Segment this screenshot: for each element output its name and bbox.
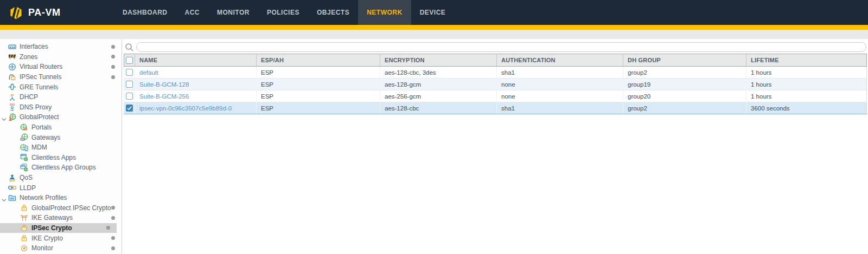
sidebar-item-portals[interactable]: Portals [0,122,122,133]
sidebar-item-label: GlobalProtect IPSec Crypto [31,204,111,212]
portals-icon [20,123,28,132]
sidebar-item-label: Zones [20,53,37,61]
drag-anchor-dot [106,226,110,230]
cell-name[interactable]: ipsec-vpn-0c96c3507c5e9b89d-0 [135,102,257,114]
sidebar-item-label: DNS Proxy [20,103,52,111]
profiles-table: NAMEESP/AHENCRYPTIONAUTHENTICATIONDH GRO… [124,54,867,114]
table-row[interactable]: Suite-B-GCM-128ESPaes-128-gcmnonegroup19… [124,79,867,90]
column-header-lifetime[interactable]: LIFETIME [746,54,867,67]
row-checkbox-cell [124,102,135,114]
sidebar-item-label: Virtual Routers [20,63,62,70]
row-checkbox-cell [124,79,135,90]
cell-esp-ah: ESP [257,79,380,90]
sidebar-item-zones[interactable]: Zones [0,52,122,62]
sidebar-item-monitor[interactable]: Monitor [0,243,122,253]
lldp-icon [8,184,16,192]
gre-tunnels-icon [8,83,16,92]
sidebar-item-ipsec-crypto[interactable]: IPSec Crypto [0,223,117,233]
app-title: PA-VM [28,7,61,18]
cell-authentication: sha1 [497,67,623,79]
nav-tab-acc[interactable]: ACC [176,0,209,25]
lock-icon [20,224,28,232]
sidebar-item-gre-tunnels[interactable]: GRE Tunnels [0,82,122,92]
sidebar-item-label: Monitor [31,244,53,252]
sidebar-item-mdm[interactable]: MDM [0,142,122,153]
select-all-checkbox[interactable] [126,57,133,64]
sidebar-item-dns-proxy[interactable]: DNSDNS Proxy [0,102,122,113]
cell-name[interactable]: default [135,67,257,79]
sidebar-item-ipsec-tunnels[interactable]: IPSec Tunnels [0,72,122,82]
sidebar-item-dhcp[interactable]: IPDHCP [0,92,122,102]
cell-lifetime: 1 hours [746,79,867,90]
gateways-icon [20,133,28,142]
svg-text:QoS: QoS [9,179,15,182]
sidebar-item-label: Clientless App Groups [31,164,96,171]
sidebar-item-ike-gateways[interactable]: IKE Gateways [0,213,122,223]
sidebar-item-label: Gateways [31,134,60,141]
sidebar-tree: InterfacesZonesVirtual RoutersIPSec Tunn… [0,39,122,254]
cell-esp-ah: ESP [257,90,380,102]
sidebar-item-ike-crypto[interactable]: IKE Crypto [0,233,122,243]
column-header-dh-group[interactable]: DH GROUP [623,54,746,67]
nav-tab-device[interactable]: DEVICE [411,0,455,25]
drag-anchor-dot [111,75,115,79]
sidebar-item-gateways[interactable]: Gateways [0,132,122,142]
column-header-esp-ah[interactable]: ESP/AH [257,54,380,67]
zones-icon [8,53,16,61]
cell-esp-ah: ESP [257,67,380,79]
column-header-name[interactable]: NAME [135,54,257,67]
table-header-row: NAMEESP/AHENCRYPTIONAUTHENTICATIONDH GRO… [124,54,867,67]
nav-tab-objects[interactable]: OBJECTS [308,0,358,25]
cell-authentication: none [497,79,623,90]
dns-proxy-icon: DNS [8,103,16,112]
app-logo: PA-VM [0,0,99,25]
sidebar-item-virtual-routers[interactable]: Virtual Routers [0,62,122,72]
monitor-icon [20,244,28,252]
sidebar-item-lldp[interactable]: LLDP [0,183,122,193]
sidebar-item-clientless-app-groups[interactable]: Clientless App Groups [0,162,122,173]
table-row[interactable]: defaultESPaes-128-cbc, 3dessha1group21 h… [124,67,867,79]
column-header-authentication[interactable]: AUTHENTICATION [497,54,623,67]
accent-bar [0,25,868,30]
nav-tabs: DASHBOARDACCMONITORPOLICIESOBJECTSNETWOR… [114,0,454,25]
cell-name[interactable]: Suite-B-GCM-128 [135,79,257,90]
nav-tab-dashboard[interactable]: DASHBOARD [114,0,176,25]
sidebar-item-network-profiles[interactable]: Network Profiles [0,193,122,203]
sidebar-item-label: QoS [20,174,33,181]
sidebar-item-label: Network Profiles [20,194,67,201]
cell-encryption: aes-128-gcm [380,79,497,90]
drag-anchor-dot [111,55,115,58]
network-profiles-icon [8,193,16,202]
sidebar-item-interfaces[interactable]: Interfaces [0,42,122,52]
search-input[interactable] [136,42,866,52]
nav-tab-policies[interactable]: POLICIES [258,0,308,25]
sidebar-item-label: GRE Tunnels [20,83,58,91]
sidebar-item-label: Interfaces [20,43,48,50]
sidebar-item-label: Clientless Apps [31,154,76,161]
cell-name[interactable]: Suite-B-GCM-256 [135,90,257,102]
column-header-encryption[interactable]: ENCRYPTION [380,54,497,67]
lock-icon [20,234,28,243]
row-checkbox[interactable] [126,69,133,76]
table-row[interactable]: ipsec-vpn-0c96c3507c5e9b89d-0ESPaes-128-… [124,102,867,114]
table-row[interactable]: Suite-B-GCM-256ESPaes-256-gcmnonegroup20… [124,90,867,102]
drag-anchor-dot [111,65,115,69]
sidebar-item-globalprotect[interactable]: GlobalProtect [0,112,122,122]
cell-dh-group: group2 [623,67,746,79]
sidebar-item-label: GlobalProtect [20,113,59,121]
nav-tab-network[interactable]: NETWORK [358,0,411,25]
row-checkbox[interactable] [126,93,133,100]
sidebar-item-qos[interactable]: QoSQoS [0,173,122,183]
sidebar-item-globalprotect-ipsec-crypto[interactable]: GlobalProtect IPSec Crypto [0,203,122,213]
svg-text:IP: IP [10,93,14,97]
sidebar-item-clientless-apps[interactable]: Clientless Apps [0,153,122,163]
svg-text:DNS: DNS [9,104,15,107]
nav-tab-monitor[interactable]: MONITOR [208,0,258,25]
row-checkbox-cell [124,90,135,102]
globalprotect-icon [8,113,16,121]
row-checkbox[interactable] [126,105,133,112]
cell-lifetime: 3600 seconds [746,102,867,114]
sidebar-item-label: DHCP [20,93,38,101]
ike-gateways-icon [20,213,28,222]
row-checkbox[interactable] [126,81,133,88]
